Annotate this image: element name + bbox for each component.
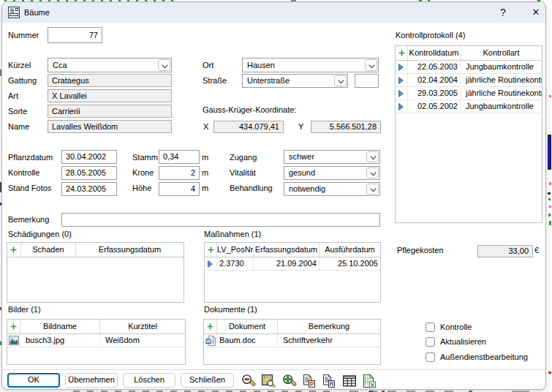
ort-combobox[interactable]: Hausen	[242, 58, 379, 72]
help-button[interactable]: ?	[491, 2, 515, 23]
column-header[interactable]: Ausführdatum	[320, 243, 380, 257]
dokumente-table[interactable]: Dokument Bemerkung W Baum.doc Schriftver…	[203, 319, 381, 365]
add-row-button[interactable]	[204, 320, 217, 333]
column-header[interactable]: Kurztitel	[100, 320, 185, 333]
hoehe-input[interactable]: 4	[159, 182, 200, 196]
pflanzdatum-input[interactable]: 30.04.2002	[61, 150, 117, 164]
name-label: Name	[8, 121, 29, 132]
add-row-button[interactable]	[205, 243, 217, 257]
window-title: Bäume	[24, 2, 50, 23]
uebernehmen-button[interactable]: Übernehmen	[65, 373, 118, 388]
svg-text:W: W	[206, 339, 211, 344]
add-row-button[interactable]	[7, 320, 20, 333]
stand-fotos-input[interactable]: 24.03.2005	[61, 182, 117, 196]
chevron-down-icon	[368, 64, 375, 69]
background-speck	[549, 206, 551, 208]
table-row[interactable]: 2.3730 21.09.2004 25.10.2005	[205, 257, 380, 271]
column-header[interactable]: LV_PosNr	[217, 243, 254, 257]
gauss-krueger-label: Gauss-Krüger-Koordinate:	[203, 105, 296, 116]
zoom-out-icon[interactable]	[241, 374, 256, 388]
stamm-input[interactable]: 0,34	[159, 150, 200, 164]
behandlung-combobox[interactable]: notwendig	[284, 182, 380, 196]
table-row[interactable]: 22.05.2003 Jungbaumkontrolle	[396, 61, 542, 74]
zoom-window-icon[interactable]	[261, 374, 276, 388]
footer-separator	[3, 369, 545, 370]
column-header[interactable]: Erfassungsdatum	[76, 243, 184, 257]
column-header[interactable]: Kontrolldatum	[408, 46, 461, 60]
excel-export-icon[interactable]: X	[362, 374, 377, 388]
vitalitaet-dropdown-button[interactable]	[366, 167, 379, 178]
kontrolle-input[interactable]: 28.05.2005	[61, 166, 117, 180]
nummer-input[interactable]: 77	[48, 27, 102, 43]
massnahmen-table[interactable]: LV_PosNr Erfassungsdatum Ausführdatum 2.…	[204, 242, 381, 303]
kuerzel-combobox[interactable]: Cca	[48, 58, 172, 72]
kontrolle-label: Kontrolle	[8, 167, 39, 178]
row-marker	[396, 61, 408, 73]
strasse-zusatz-input[interactable]	[355, 74, 379, 88]
schliessen-button[interactable]: Schließen	[181, 373, 234, 388]
loeschen-button[interactable]: Löschen	[123, 373, 175, 388]
ok-button[interactable]: OK	[7, 373, 60, 388]
report-icon[interactable]: R	[322, 374, 336, 388]
behandlung-dropdown-button[interactable]	[366, 184, 379, 195]
add-row-button[interactable]	[7, 243, 21, 257]
print-preview-icon[interactable]: P	[302, 374, 317, 388]
zugang-combobox[interactable]: schwer	[284, 150, 380, 164]
bilder-table[interactable]: Bildname Kurztitel busch3.jpg Weißdom	[7, 319, 186, 365]
strasse-combobox[interactable]: Unterstraße	[242, 74, 348, 88]
table-row[interactable]: 02.04.2004 jährliche Routinekontr	[396, 74, 542, 87]
table-row[interactable]: busch3.jpg Weißdom	[7, 334, 185, 347]
table-view-icon[interactable]	[342, 374, 357, 388]
hoehe-unit-label: m	[202, 183, 208, 194]
column-header[interactable]: Dokument	[217, 320, 278, 333]
background-speck	[548, 137, 551, 167]
stand-fotos-label: Stand Fotos	[8, 183, 51, 194]
stamm-label: Stamm	[132, 152, 158, 163]
plus-icon	[398, 50, 405, 56]
pflanzdatum-label: Pflanzdatum	[8, 152, 53, 163]
kontrolle-checkbox[interactable]	[426, 323, 435, 332]
plus-icon	[207, 323, 213, 330]
column-header[interactable]: Erfassungsdatum	[254, 243, 320, 257]
stamm-unit-label: m	[202, 152, 208, 163]
ort-dropdown-button[interactable]	[365, 59, 377, 71]
table-row[interactable]: W Baum.doc Schriftverkehr	[204, 334, 380, 347]
vitalitaet-combobox[interactable]: gesund	[284, 166, 380, 180]
gattung-label: Gattung	[8, 75, 37, 86]
zugang-dropdown-button[interactable]	[366, 151, 379, 162]
strasse-dropdown-button[interactable]	[334, 75, 347, 86]
kuerzel-dropdown-button[interactable]	[158, 59, 170, 71]
row-marker: W	[204, 334, 217, 347]
row-marker-icon	[398, 90, 404, 97]
add-row-button[interactable]	[396, 46, 408, 60]
titlebar[interactable]: Bäume ? ✕	[2, 2, 545, 23]
column-header[interactable]: Schaden	[21, 243, 76, 257]
aussendienst-checkbox[interactable]	[426, 353, 435, 362]
krone-input[interactable]: 2	[159, 166, 200, 180]
column-header[interactable]: Kontrollart	[461, 46, 542, 60]
screen: { "window": { "title": "Bäume", "help_gl…	[0, 0, 552, 392]
aktualisieren-checkbox[interactable]	[426, 337, 435, 347]
schaedigungen-table[interactable]: Schaden Erfassungsdatum	[7, 242, 184, 303]
chevron-down-icon	[338, 80, 344, 84]
x-coordinate-field: 434.079,41	[213, 121, 284, 133]
row-marker-icon	[208, 260, 213, 268]
kuerzel-label: Kürzel	[8, 60, 31, 71]
name-field: Lavalles Weißdom	[48, 120, 172, 133]
row-marker	[7, 334, 20, 347]
background-speck	[548, 372, 551, 374]
close-button[interactable]: ✕	[524, 2, 546, 23]
chevron-down-icon	[370, 172, 377, 176]
column-header[interactable]: Bildname	[20, 320, 100, 333]
background-speck	[549, 182, 551, 185]
zoom-in-icon[interactable]	[282, 374, 297, 388]
table-row[interactable]: 02.05.2002 Jungbaumkontrolle	[396, 100, 542, 113]
plus-icon	[10, 246, 17, 253]
table-row[interactable]: 29.03.2005 jährliche Routinekontr	[396, 87, 542, 100]
bemerkung-input[interactable]	[61, 213, 380, 227]
row-marker	[205, 257, 217, 270]
schaedigungen-title: Schädigungen (0)	[8, 229, 72, 240]
aktualisieren-checkbox-label: Aktualisieren	[440, 336, 486, 347]
kontrollprotokoll-table[interactable]: Kontrolldatum Kontrollart 22.05.2003 Jun…	[395, 45, 542, 223]
column-header[interactable]: Bemerkung	[278, 320, 380, 333]
